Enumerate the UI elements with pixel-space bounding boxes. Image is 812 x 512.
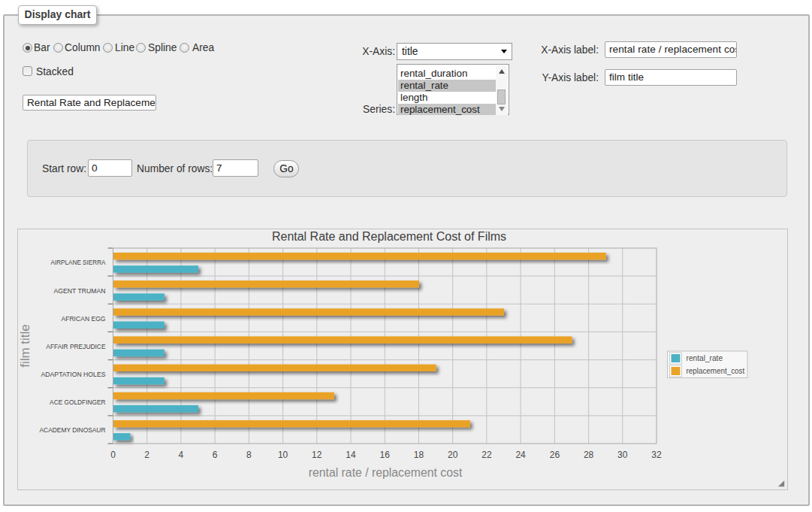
svg-text:Rental Rate and Replacement Co: Rental Rate and Replacement Cost of Film… <box>272 230 506 243</box>
svg-text:20: 20 <box>448 450 458 460</box>
svg-text:14: 14 <box>346 450 356 460</box>
svg-text:film title: film title <box>18 324 32 368</box>
svg-text:AIRPLANE SIERRA: AIRPLANE SIERRA <box>51 259 107 266</box>
svg-text:32: 32 <box>651 450 662 460</box>
svg-text:22: 22 <box>481 450 492 460</box>
svg-text:26: 26 <box>550 450 560 460</box>
svg-text:24: 24 <box>515 450 526 460</box>
svg-text:4: 4 <box>179 450 184 460</box>
svg-text:replacement_cost: replacement_cost <box>687 366 745 375</box>
svg-text:28: 28 <box>584 450 594 460</box>
svg-text:12: 12 <box>312 450 322 460</box>
svg-text:AGENT TRUMAN: AGENT TRUMAN <box>54 287 106 295</box>
svg-text:10: 10 <box>278 450 288 460</box>
svg-text:ACE GOLDFINGER: ACE GOLDFINGER <box>50 398 106 406</box>
svg-text:16: 16 <box>380 450 391 460</box>
svg-text:ACADEMY DINOSAUR: ACADEMY DINOSAUR <box>40 426 106 434</box>
svg-text:2: 2 <box>144 450 149 460</box>
svg-text:rental_rate: rental_rate <box>687 353 723 362</box>
svg-text:18: 18 <box>414 450 424 460</box>
svg-text:30: 30 <box>617 450 628 460</box>
svg-text:AFFAIR PREJUDICE: AFFAIR PREJUDICE <box>46 343 105 350</box>
svg-text:ADAPTATION HOLES: ADAPTATION HOLES <box>41 371 106 378</box>
svg-text:rental rate / replacement cost: rental rate / replacement cost <box>309 466 463 479</box>
svg-text:6: 6 <box>213 450 218 460</box>
svg-text:0: 0 <box>110 450 116 460</box>
svg-text:8: 8 <box>246 450 252 460</box>
svg-text:AFRICAN EGG: AFRICAN EGG <box>62 315 106 323</box>
